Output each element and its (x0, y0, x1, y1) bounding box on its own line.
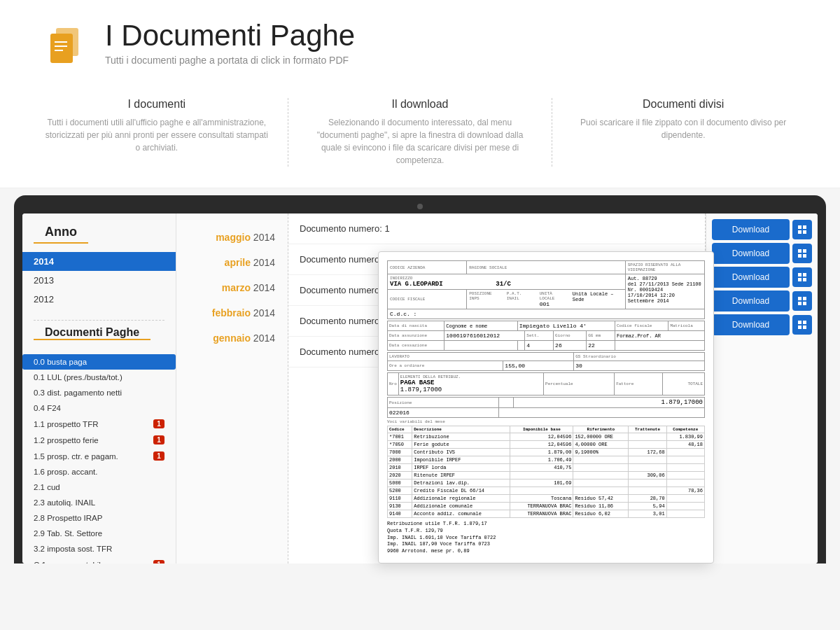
anno-header: Anno (22, 225, 176, 249)
pdf-content: CODICE AZIENDA RAGIONE SOCIALE SPAZIO RI… (379, 252, 713, 563)
split-button-3[interactable] (792, 291, 812, 311)
header-section: I Documenti Paghe Tutti i documenti pagh… (0, 0, 840, 84)
page-title: I Documenti Paghe (105, 21, 355, 50)
docs-paghe-title: Documenti Paghe (34, 326, 150, 340)
split-button-0[interactable] (792, 220, 812, 239)
download-button-2[interactable]: Download (712, 267, 790, 288)
info-divider-1 (288, 98, 288, 167)
pdf-data-nascita-label: Data di nascita (388, 321, 444, 331)
svg-rect-21 (798, 321, 802, 324)
badge-6: 1 (153, 451, 164, 461)
pdf-aut: Aut. 88729 del 27/11/2013 Sede 21100 Nr.… (628, 276, 702, 304)
svg-rect-15 (798, 278, 802, 281)
info-col-3: Documenti divisi Puoi scaricare il file … (571, 98, 795, 167)
doc-item-9[interactable]: 2.3 autoliq. INAIL (22, 495, 176, 510)
app-ui: Anno 2014 2013 2012 Documenti Paghe 0.0 … (22, 214, 818, 564)
svg-rect-11 (798, 254, 802, 258)
pdf-indirizzo-value: VIA G.LEOPARDI 31/C (390, 281, 623, 288)
pdf-cdc: C.d.c. : (390, 311, 416, 317)
svg-rect-13 (798, 273, 802, 276)
info-col-1-text: Tutti i documenti utili all'ufficio pagh… (45, 116, 269, 154)
badge-13: 1 (153, 560, 164, 564)
doc-list: 0.0 busta paga 0.1 LUL (pres./busta/tot.… (22, 354, 176, 564)
svg-rect-22 (803, 321, 806, 324)
badge-5: 1 (153, 435, 164, 444)
svg-rect-16 (803, 278, 806, 281)
svg-rect-9 (798, 249, 802, 253)
download-panel: Download Download (706, 214, 818, 564)
svg-rect-20 (803, 302, 806, 305)
info-col-1-title: I documenti (45, 98, 269, 111)
info-col-2: Il download Selezionando il documento in… (308, 98, 532, 167)
laptop-camera (417, 204, 423, 209)
download-button-4[interactable]: Download (712, 314, 790, 335)
svg-rect-8 (803, 230, 806, 234)
page-subtitle: Tutti i documenti paghe a portata di cli… (105, 55, 355, 66)
sidebar: Anno 2014 2013 2012 Documenti Paghe 0.0 … (22, 214, 176, 564)
doc-item-1[interactable]: 0.1 LUL (pres./busta/tot.) (22, 370, 176, 385)
svg-rect-6 (803, 225, 806, 229)
download-row-0: Download (712, 219, 812, 240)
anno-title: Anno (34, 225, 88, 244)
month-aprile[interactable]: aprile 2014 (183, 250, 281, 275)
header-text: I Documenti Paghe Tutti i documenti pagh… (105, 21, 355, 66)
month-gennaio[interactable]: gennaio 2014 (183, 326, 281, 351)
doc-item-5[interactable]: 1.2 prospetto ferie 1 (22, 432, 176, 448)
month-maggio[interactable]: maggio 2014 (183, 225, 281, 250)
info-col-3-title: Documenti divisi (571, 98, 795, 111)
svg-rect-7 (798, 230, 802, 234)
info-col-2-text: Selezionando il documento interessato, d… (308, 116, 532, 167)
info-col-3-text: Puoi scaricare il file zippato con il do… (571, 116, 795, 141)
doc-item-3[interactable]: 0.4 F24 (22, 400, 176, 416)
svg-rect-24 (803, 326, 806, 329)
pdf-overlay: CODICE AZIENDA RAGIONE SOCIALE SPAZIO RI… (378, 251, 714, 564)
year-item-2014[interactable]: 2014 (22, 252, 176, 271)
laptop-screen: Anno 2014 2013 2012 Documenti Paghe 0.0 … (22, 214, 818, 564)
year-item-2013[interactable]: 2013 (22, 271, 176, 290)
info-col-1: I documenti Tutti i documenti utili all'… (45, 98, 269, 167)
doc-item-2[interactable]: 0.3 dist. pagamento netti (22, 385, 176, 400)
laptop-wrapper: Anno 2014 2013 2012 Documenti Paghe 0.0 … (0, 188, 840, 564)
doc-item-6[interactable]: 1.5 prosp. ctr. e pagam. 1 (22, 448, 176, 464)
download-row-1: Download (712, 243, 812, 264)
pdf-indirizzo-label: INDIRIZZO (390, 276, 623, 281)
doc-item-0[interactable]: 0.0 busta paga (22, 354, 176, 370)
year-list: 2014 2013 2012 (22, 252, 176, 309)
pdf-codice-fiscale-label: CODICE FISCALE (390, 297, 464, 302)
doc-item-7[interactable]: 1.6 prosp. accant. (22, 464, 176, 479)
svg-rect-10 (803, 249, 806, 253)
download-row-2: Download (712, 267, 812, 288)
pdf-ragione-sociale-label: RAGIONE SOCIALE (469, 265, 623, 270)
svg-rect-18 (803, 297, 806, 300)
badge-4: 1 (153, 419, 164, 428)
svg-rect-12 (803, 254, 806, 258)
download-button-3[interactable]: Download (712, 290, 790, 312)
svg-rect-14 (803, 273, 806, 276)
months-panel: maggio 2014 aprile 2014 marzo 2014 (176, 214, 288, 564)
month-febbraio[interactable]: febbraio 2014 (183, 300, 281, 326)
doc-item-4[interactable]: 1.1 prospetto TFR 1 (22, 416, 176, 432)
download-button-0[interactable]: Download (712, 219, 790, 240)
doc-item-8[interactable]: 2.1 cud (22, 479, 176, 495)
month-marzo[interactable]: marzo 2014 (183, 275, 281, 300)
split-button-1[interactable] (792, 244, 812, 263)
doc-item-10[interactable]: 2.8 Prospetto IRAP (22, 510, 176, 526)
doc-item-11[interactable]: 2.9 Tab. St. Settore (22, 526, 176, 541)
year-item-2012[interactable]: 2012 (22, 290, 176, 309)
svg-rect-5 (798, 225, 802, 229)
svg-rect-19 (798, 302, 802, 305)
laptop-outer: Anno 2014 2013 2012 Documenti Paghe 0.0 … (14, 195, 826, 564)
svg-rect-23 (798, 326, 802, 329)
info-col-2-title: Il download (308, 98, 532, 111)
doc-item-13[interactable]: C.1 prosp. contabile 1 (22, 556, 176, 564)
download-row-3: Download (712, 290, 812, 312)
split-button-4[interactable] (792, 315, 812, 335)
download-row-4: Download (712, 314, 812, 335)
download-button-1[interactable]: Download (712, 243, 790, 264)
info-section: I documenti Tutti i documenti utili all'… (0, 84, 840, 188)
sidebar-divider (34, 320, 164, 321)
doc-item-12[interactable]: 3.2 imposta sost. TFR (22, 541, 176, 556)
split-button-2[interactable] (792, 267, 812, 287)
pdf-mansione: Impiegato Livello 4' (517, 321, 615, 331)
doc-entry-0[interactable]: Documento numero: 1 (288, 214, 705, 244)
